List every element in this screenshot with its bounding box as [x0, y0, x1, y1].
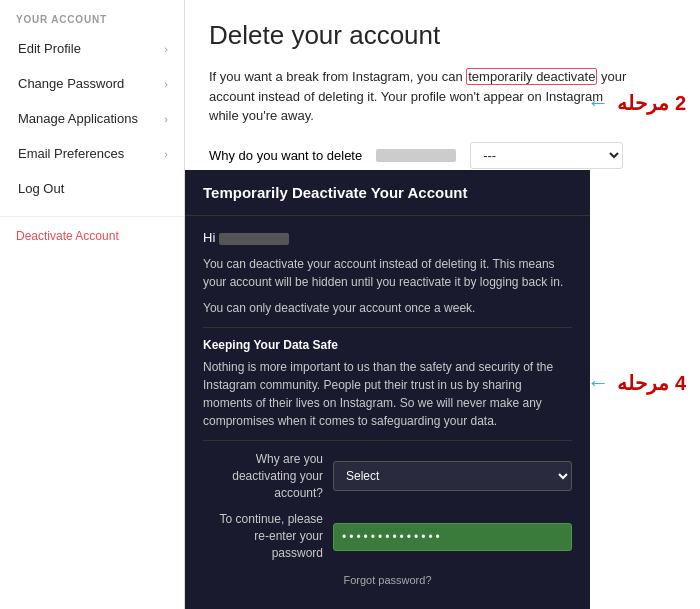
chevron-right-icon: › — [164, 78, 168, 90]
sidebar: YOUR ACCOUNT Edit Profile › Change Passw… — [0, 0, 185, 609]
modal-form-row-2: To continue, please re-enter your passwo… — [203, 511, 572, 561]
info-text: If you want a break from Instagram, you … — [209, 67, 629, 126]
annotation-4: ← 4 مرحله — [587, 370, 686, 396]
main-content: Delete your account If you want a break … — [185, 0, 700, 609]
annotation-2-arrow: ← — [587, 90, 609, 116]
annotation-2-label: 2 مرحله — [617, 91, 686, 115]
modal-form: Why are you deactivating your account? S… — [203, 451, 572, 562]
chevron-right-icon: › — [164, 148, 168, 160]
annotation-4-arrow: ← — [587, 370, 609, 396]
sidebar-item-email-prefs[interactable]: Email Preferences › — [0, 136, 184, 171]
sidebar-item-edit-profile[interactable]: Edit Profile › — [0, 31, 184, 66]
chevron-right-icon: › — [164, 113, 168, 125]
chevron-right-icon: › — [164, 43, 168, 55]
sidebar-item-label: Edit Profile — [18, 41, 81, 56]
sidebar-section-title: YOUR ACCOUNT — [0, 0, 184, 31]
modal-para-1: You can deactivate your account instead … — [203, 255, 572, 291]
modal-form-row-1: Why are you deactivating your account? S… — [203, 451, 572, 501]
modal-password-input[interactable] — [333, 523, 572, 551]
deactivate-modal: Temporarily Deactivate Your Account Hi Y… — [185, 170, 590, 609]
page-title: Delete your account — [209, 20, 676, 51]
sidebar-item-label: Manage Applications — [18, 111, 138, 126]
forgot-password-link[interactable]: Forgot password? — [343, 574, 431, 586]
sidebar-item-manage-apps[interactable]: Manage Applications › — [0, 101, 184, 136]
sidebar-item-change-password[interactable]: Change Password › — [0, 66, 184, 101]
blurred-username — [376, 149, 456, 162]
delete-row-label: Why do you want to delete — [209, 148, 362, 163]
modal-why-label: Why are you deactivating your account? — [203, 451, 323, 501]
modal-deactivate-reason-select[interactable]: Select — [333, 461, 572, 491]
sidebar-item-label: Email Preferences — [18, 146, 124, 161]
modal-hi-label: Hi — [203, 230, 215, 245]
modal-divider-2 — [203, 440, 572, 441]
reason-select[interactable]: --- Privacy concerns Too distracting Too… — [470, 142, 623, 169]
sidebar-item-label: Change Password — [18, 76, 124, 91]
sidebar-deactivate-section: Deactivate Account — [0, 216, 184, 255]
modal-password-label: To continue, please re-enter your passwo… — [203, 511, 323, 561]
modal-greeting: Hi — [203, 230, 572, 245]
annotation-2: ← 2 مرحله — [587, 90, 686, 116]
modal-forgot-section: Forgot password? — [203, 572, 572, 587]
modal-username-blurred — [219, 233, 289, 245]
modal-section-title: Keeping Your Data Safe — [203, 338, 572, 352]
deactivate-account-link[interactable]: Deactivate Account — [16, 229, 168, 243]
modal-body: Hi You can deactivate your account inste… — [185, 216, 590, 609]
modal-section-para: Nothing is more important to us than the… — [203, 358, 572, 430]
modal-title: Temporarily Deactivate Your Account — [185, 170, 590, 216]
annotation-4-label: 4 مرحله — [617, 371, 686, 395]
modal-para-2: You can only deactivate your account onc… — [203, 299, 572, 317]
sidebar-item-logout[interactable]: Log Out — [0, 171, 184, 206]
delete-row: Why do you want to delete --- Privacy co… — [209, 142, 676, 169]
sidebar-item-label: Log Out — [18, 181, 64, 196]
temporarily-deactivate-link[interactable]: temporarily deactivate — [466, 68, 597, 85]
modal-divider — [203, 327, 572, 328]
info-text-before: If you want a break from Instagram, you … — [209, 69, 466, 84]
